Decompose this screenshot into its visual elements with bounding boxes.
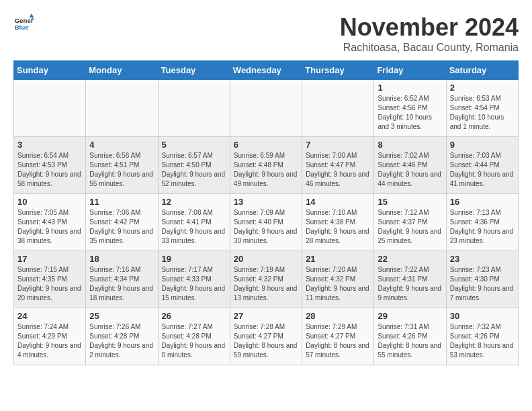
- day-header-sunday: Sunday: [14, 61, 86, 80]
- calendar-cell: 9Sunrise: 7:03 AM Sunset: 4:44 PM Daylig…: [446, 137, 518, 194]
- cell-info: Sunrise: 7:23 AM Sunset: 4:30 PM Dayligh…: [450, 265, 515, 303]
- calendar-cell: 17Sunrise: 7:15 AM Sunset: 4:35 PM Dayli…: [14, 251, 86, 308]
- day-number: 16: [450, 197, 515, 207]
- calendar-cell: 25Sunrise: 7:26 AM Sunset: 4:28 PM Dayli…: [86, 308, 158, 365]
- day-number: 2: [450, 83, 515, 93]
- cell-info: Sunrise: 7:16 AM Sunset: 4:34 PM Dayligh…: [89, 265, 154, 303]
- calendar-cell: [158, 80, 230, 137]
- calendar-week-row: 3Sunrise: 6:54 AM Sunset: 4:53 PM Daylig…: [14, 137, 519, 194]
- cell-info: Sunrise: 7:13 AM Sunset: 4:36 PM Dayligh…: [450, 208, 515, 246]
- logo: General Blue: [13, 13, 34, 34]
- calendar-cell: 15Sunrise: 7:12 AM Sunset: 4:37 PM Dayli…: [374, 194, 446, 251]
- cell-info: Sunrise: 7:12 AM Sunset: 4:37 PM Dayligh…: [378, 208, 442, 246]
- cell-info: Sunrise: 7:05 AM Sunset: 4:43 PM Dayligh…: [17, 208, 82, 246]
- calendar-cell: 4Sunrise: 6:56 AM Sunset: 4:51 PM Daylig…: [86, 137, 158, 194]
- calendar-cell: [302, 80, 374, 137]
- calendar-cell: [230, 80, 302, 137]
- calendar-cell: 30Sunrise: 7:32 AM Sunset: 4:26 PM Dayli…: [446, 308, 518, 365]
- day-header-friday: Friday: [374, 61, 446, 80]
- day-number: 6: [234, 140, 298, 150]
- day-header-wednesday: Wednesday: [230, 61, 302, 80]
- cell-info: Sunrise: 7:22 AM Sunset: 4:31 PM Dayligh…: [378, 265, 442, 303]
- day-number: 29: [378, 311, 442, 321]
- calendar-cell: 16Sunrise: 7:13 AM Sunset: 4:36 PM Dayli…: [446, 194, 518, 251]
- page-header: General Blue November 2024 Rachitoasa, B…: [13, 13, 519, 54]
- cell-info: Sunrise: 6:52 AM Sunset: 4:56 PM Dayligh…: [378, 94, 442, 132]
- day-header-monday: Monday: [86, 61, 158, 80]
- calendar-cell: 29Sunrise: 7:31 AM Sunset: 4:26 PM Dayli…: [374, 308, 446, 365]
- day-number: 8: [378, 140, 442, 150]
- day-number: 22: [378, 254, 442, 264]
- cell-info: Sunrise: 7:31 AM Sunset: 4:26 PM Dayligh…: [378, 322, 442, 360]
- day-number: 9: [450, 140, 515, 150]
- cell-info: Sunrise: 7:28 AM Sunset: 4:27 PM Dayligh…: [234, 322, 298, 360]
- day-number: 27: [234, 311, 298, 321]
- cell-info: Sunrise: 6:53 AM Sunset: 4:54 PM Dayligh…: [450, 94, 515, 132]
- calendar-cell: 5Sunrise: 6:57 AM Sunset: 4:50 PM Daylig…: [158, 137, 230, 194]
- calendar-cell: 27Sunrise: 7:28 AM Sunset: 4:27 PM Dayli…: [230, 308, 302, 365]
- cell-info: Sunrise: 6:59 AM Sunset: 4:48 PM Dayligh…: [234, 151, 298, 189]
- cell-info: Sunrise: 6:56 AM Sunset: 4:51 PM Dayligh…: [89, 151, 154, 189]
- day-number: 4: [89, 140, 154, 150]
- day-number: 23: [450, 254, 515, 264]
- calendar-header: SundayMondayTuesdayWednesdayThursdayFrid…: [14, 61, 519, 80]
- day-number: 3: [17, 140, 82, 150]
- day-number: 12: [162, 197, 226, 207]
- day-number: 10: [17, 197, 82, 207]
- day-number: 7: [306, 140, 370, 150]
- calendar-cell: 6Sunrise: 6:59 AM Sunset: 4:48 PM Daylig…: [230, 137, 302, 194]
- calendar-week-row: 17Sunrise: 7:15 AM Sunset: 4:35 PM Dayli…: [14, 251, 519, 308]
- svg-marker-2: [30, 13, 34, 17]
- day-number: 24: [17, 311, 82, 321]
- calendar-cell: 14Sunrise: 7:10 AM Sunset: 4:38 PM Dayli…: [302, 194, 374, 251]
- calendar-body: 1Sunrise: 6:52 AM Sunset: 4:56 PM Daylig…: [14, 80, 519, 365]
- day-number: 15: [378, 197, 442, 207]
- calendar-cell: 7Sunrise: 7:00 AM Sunset: 4:47 PM Daylig…: [302, 137, 374, 194]
- cell-info: Sunrise: 7:19 AM Sunset: 4:32 PM Dayligh…: [234, 265, 298, 303]
- day-number: 13: [234, 197, 298, 207]
- day-number: 11: [89, 197, 154, 207]
- day-header-tuesday: Tuesday: [158, 61, 230, 80]
- cell-info: Sunrise: 6:57 AM Sunset: 4:50 PM Dayligh…: [162, 151, 226, 189]
- calendar-cell: 1Sunrise: 6:52 AM Sunset: 4:56 PM Daylig…: [374, 80, 446, 137]
- calendar-cell: 24Sunrise: 7:24 AM Sunset: 4:29 PM Dayli…: [14, 308, 86, 365]
- calendar-cell: 8Sunrise: 7:02 AM Sunset: 4:46 PM Daylig…: [374, 137, 446, 194]
- day-header-saturday: Saturday: [446, 61, 518, 80]
- calendar-cell: 18Sunrise: 7:16 AM Sunset: 4:34 PM Dayli…: [86, 251, 158, 308]
- logo-icon: General Blue: [13, 13, 34, 34]
- month-title: November 2024: [340, 13, 519, 42]
- calendar-cell: 2Sunrise: 6:53 AM Sunset: 4:54 PM Daylig…: [446, 80, 518, 137]
- calendar-cell: 13Sunrise: 7:09 AM Sunset: 4:40 PM Dayli…: [230, 194, 302, 251]
- calendar-cell: 12Sunrise: 7:08 AM Sunset: 4:41 PM Dayli…: [158, 194, 230, 251]
- location-subtitle: Rachitoasa, Bacau County, Romania: [340, 42, 519, 54]
- cell-info: Sunrise: 7:15 AM Sunset: 4:35 PM Dayligh…: [17, 265, 82, 303]
- calendar-week-row: 24Sunrise: 7:24 AM Sunset: 4:29 PM Dayli…: [14, 308, 519, 365]
- cell-info: Sunrise: 7:10 AM Sunset: 4:38 PM Dayligh…: [306, 208, 370, 246]
- cell-info: Sunrise: 7:09 AM Sunset: 4:40 PM Dayligh…: [234, 208, 298, 246]
- day-number: 20: [234, 254, 298, 264]
- cell-info: Sunrise: 7:03 AM Sunset: 4:44 PM Dayligh…: [450, 151, 515, 189]
- day-number: 26: [162, 311, 226, 321]
- calendar-week-row: 10Sunrise: 7:05 AM Sunset: 4:43 PM Dayli…: [14, 194, 519, 251]
- calendar-cell: 10Sunrise: 7:05 AM Sunset: 4:43 PM Dayli…: [14, 194, 86, 251]
- calendar-cell: [86, 80, 158, 137]
- calendar-cell: 11Sunrise: 7:06 AM Sunset: 4:42 PM Dayli…: [86, 194, 158, 251]
- day-number: 25: [89, 311, 154, 321]
- calendar-table: SundayMondayTuesdayWednesdayThursdayFrid…: [13, 60, 519, 365]
- day-number: 21: [306, 254, 370, 264]
- day-number: 19: [162, 254, 226, 264]
- cell-info: Sunrise: 7:00 AM Sunset: 4:47 PM Dayligh…: [306, 151, 370, 189]
- calendar-cell: 23Sunrise: 7:23 AM Sunset: 4:30 PM Dayli…: [446, 251, 518, 308]
- day-header-thursday: Thursday: [302, 61, 374, 80]
- day-number: 18: [89, 254, 154, 264]
- calendar-cell: 28Sunrise: 7:29 AM Sunset: 4:27 PM Dayli…: [302, 308, 374, 365]
- day-number: 1: [378, 83, 442, 93]
- svg-text:Blue: Blue: [15, 24, 30, 31]
- calendar-cell: 20Sunrise: 7:19 AM Sunset: 4:32 PM Dayli…: [230, 251, 302, 308]
- day-number: 5: [162, 140, 226, 150]
- calendar-cell: [14, 80, 86, 137]
- cell-info: Sunrise: 7:24 AM Sunset: 4:29 PM Dayligh…: [17, 322, 82, 360]
- cell-info: Sunrise: 7:29 AM Sunset: 4:27 PM Dayligh…: [306, 322, 370, 360]
- calendar-cell: 26Sunrise: 7:27 AM Sunset: 4:28 PM Dayli…: [158, 308, 230, 365]
- cell-info: Sunrise: 7:06 AM Sunset: 4:42 PM Dayligh…: [89, 208, 154, 246]
